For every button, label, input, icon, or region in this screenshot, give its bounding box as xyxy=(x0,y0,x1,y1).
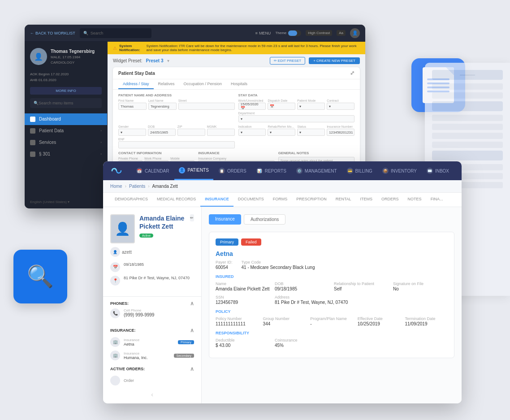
edit-preset-btn[interactable]: ✏ EDIT PRESET xyxy=(270,57,306,65)
nav-item-301[interactable]: § 301 › xyxy=(25,148,107,160)
breadcrumb-home[interactable]: Home xyxy=(110,184,122,189)
search-app-icon: 🔍 xyxy=(13,250,67,303)
indication-value[interactable]: ▾ xyxy=(238,129,266,136)
aetna-badge: Primary xyxy=(178,340,194,344)
breadcrumb-patients[interactable]: Patients xyxy=(129,184,145,189)
back-to-worklist-btn[interactable]: ← BACK TO WORKLIST xyxy=(30,31,75,35)
zip-value[interactable] xyxy=(177,129,205,136)
insurance-number-value[interactable]: 123456201231 xyxy=(327,129,354,136)
status-value[interactable]: ▾ xyxy=(297,129,325,136)
nav-inbox[interactable]: ✉️ INBOX xyxy=(422,161,454,180)
tab-insurance[interactable]: INSURANCE xyxy=(200,193,233,207)
enf-value[interactable] xyxy=(118,141,235,148)
font-size-btn[interactable]: Aa xyxy=(337,30,346,36)
toggle-switch[interactable] xyxy=(288,30,301,36)
patient-name-label: PATIENT NAME AND ADDRESS xyxy=(118,93,235,97)
dashboard-icon xyxy=(30,117,35,122)
nav-inventory[interactable]: 📦 INVENTORY xyxy=(378,161,421,180)
tab-items[interactable]: ITEMS xyxy=(356,193,377,207)
last-name-value[interactable]: Tegnersbirg xyxy=(148,103,177,110)
patient-mode-value[interactable]: ▾ xyxy=(297,103,325,110)
tab-notes[interactable]: NOTES xyxy=(403,193,426,207)
dob-value[interactable]: 24/05/1965 xyxy=(148,129,176,136)
contract-value[interactable]: ▾ xyxy=(327,103,354,110)
gender-value[interactable]: ▾ xyxy=(118,129,146,136)
sub-nav-tabs: DEMOGRAPHICS MEDICAL RECORDS INSURANCE D… xyxy=(103,193,462,207)
nav-arrow-dashboard: › xyxy=(100,117,102,121)
create-preset-btn[interactable]: + CREATE NEW PRESET xyxy=(309,57,360,64)
tab-orders[interactable]: ORDERS xyxy=(377,193,403,207)
policy-number-field: Policy Number 111111111111 xyxy=(216,316,259,326)
policy-number-value: 111111111111 xyxy=(216,321,259,326)
group-number-field: Group Number 344 xyxy=(263,316,306,326)
app-logo xyxy=(110,166,123,175)
street-value[interactable] xyxy=(178,103,235,110)
policy-row: Policy Number 111111111111 Group Number … xyxy=(216,316,448,326)
first-name-field: First Name Thomas xyxy=(118,99,147,110)
tab-address-stay[interactable]: Address / Stay xyxy=(118,79,154,89)
dispatch-date-value[interactable]: 📅 xyxy=(268,103,295,110)
system-notification-label: System Notification: xyxy=(119,44,144,52)
insurance-detail-card: Primary Failed Aetna Payer ID: 60054 Typ… xyxy=(209,232,454,358)
tab-forms[interactable]: FORMS xyxy=(268,193,292,207)
more-info-btn[interactable]: MORE INFO xyxy=(30,87,102,95)
tab-demographics[interactable]: DEMOGRAPHICS xyxy=(110,193,152,207)
user-avatar-topbar[interactable]: 👤 xyxy=(350,28,360,38)
patient-name-section: PATIENT NAME AND ADDRESS First Name Thom… xyxy=(118,93,235,122)
insurance-toggle[interactable]: ∧ xyxy=(190,327,194,333)
first-name-value[interactable]: Thomas xyxy=(118,103,147,110)
tab-prescription[interactable]: PRESCRIPTION xyxy=(292,193,331,207)
orders-toggle[interactable]: ∧ xyxy=(190,366,194,372)
contract-field: Contract ▾ xyxy=(327,99,354,110)
deductible-value: $ 43.00 xyxy=(216,343,270,348)
nav-management[interactable]: ⚙️ MANAGEMENT xyxy=(292,161,341,180)
tab-hospitals[interactable]: Hospitals xyxy=(226,79,252,89)
stay-fields-2: Indication ▾ Rehab/Rehm Mo... ▾ Status ▾ xyxy=(238,125,355,136)
nav-item-patient-data[interactable]: Patient Data › xyxy=(25,125,107,137)
tab-medical-records[interactable]: MEDICAL RECORDS xyxy=(152,193,200,207)
nav-orders[interactable]: 📋 ORDERS xyxy=(214,161,251,180)
dark-topbar: ← BACK TO WORKLIST 🔍 Search ≡ MENU Theme… xyxy=(25,25,365,42)
mobile-value[interactable] xyxy=(207,129,235,136)
preset-name: Preset 3 xyxy=(146,58,164,63)
preset-dropdown-icon[interactable]: ▾ xyxy=(167,58,169,63)
cell-phone-label: Cell Phone xyxy=(124,308,154,312)
ins-tab-insurance[interactable]: Insurance xyxy=(209,214,241,225)
orders-nav-label: ORDERS xyxy=(227,169,246,173)
patient-address-row: 📍 81 Pike Dr # Test, Wayne, NJ, 07470 xyxy=(110,276,194,286)
tab-rental[interactable]: RENTAL xyxy=(331,193,356,207)
nav-item-dashboard[interactable]: Dashboard › xyxy=(25,113,107,125)
rehab-value[interactable]: ▾ xyxy=(268,129,295,136)
search-bar-dark[interactable]: 🔍 Search xyxy=(80,28,151,38)
signature-label: Signature on File xyxy=(393,281,448,286)
scroll-left-icon[interactable]: ‹ xyxy=(151,391,153,398)
tab-documents[interactable]: DOCUMENTS xyxy=(233,193,268,207)
responsibility-section-title: RESPONSIBILITY xyxy=(216,331,448,335)
nav-calendar[interactable]: 📅 CALENDAR xyxy=(132,161,173,180)
ins-tab-authorizations[interactable]: Authorizations xyxy=(244,214,285,225)
inbox-nav-icon: ✉️ xyxy=(427,168,433,174)
nav-reports[interactable]: 📊 REPORTS xyxy=(252,161,291,180)
nav-patients[interactable]: 👤 PATIENTS xyxy=(174,161,213,180)
patient-address: 81 Pike Dr # Test, Wayne, NJ, 07470 xyxy=(124,276,190,280)
work-unrestricted-value[interactable]: 15/05/2020 📅 xyxy=(238,103,266,110)
department-value[interactable]: ▾ xyxy=(238,115,355,122)
menu-btn[interactable]: ≡ MENU xyxy=(255,31,271,35)
form-row-1: PATIENT NAME AND ADDRESS First Name Thom… xyxy=(118,93,354,122)
stay-data-section: STAY DATA Work/Unrestricted 15/05/2020 📅… xyxy=(238,93,355,122)
billing-nav-icon: 💳 xyxy=(347,168,353,174)
theme-toggle[interactable]: Theme xyxy=(275,30,301,36)
tab-relatives[interactable]: Relatives xyxy=(154,79,179,89)
sidebar-search[interactable]: 🔍 Search menu items xyxy=(30,98,102,108)
expand-icon[interactable]: ⤢ xyxy=(350,70,354,76)
high-contrast-btn[interactable]: High Contrast xyxy=(306,30,332,36)
tab-occupation[interactable]: Occupation / Pension xyxy=(179,79,227,89)
nav-item-services[interactable]: Services › xyxy=(25,137,107,148)
nav-billing[interactable]: 💳 BILLING xyxy=(342,161,377,180)
billing-nav-label: BILLING xyxy=(355,169,372,173)
tab-financial[interactable]: FINA... xyxy=(426,193,448,207)
left-panel-footer: ‹ xyxy=(103,387,201,402)
edit-patient-btn[interactable]: ✏ xyxy=(190,214,194,221)
phones-toggle[interactable]: ∧ xyxy=(190,300,194,307)
insured-address-value: 81 Pike Dr # Test, Wayne, NJ, 07470 xyxy=(275,300,448,305)
